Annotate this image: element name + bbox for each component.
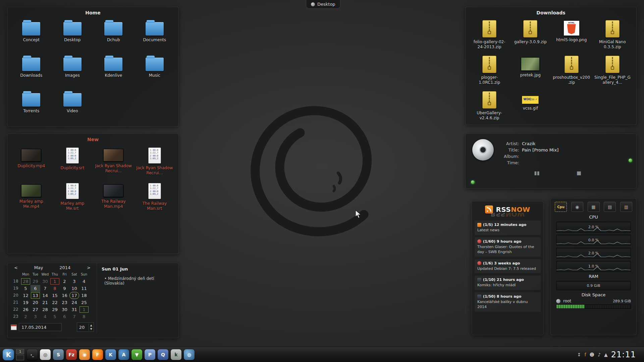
calendar-cell[interactable]: 8 (79, 313, 89, 320)
calendar-prev-button[interactable]: < (11, 265, 20, 270)
file-item[interactable]: pretek.jpg (510, 55, 551, 87)
file-item[interactable]: Jack Ryan Shadow Recrui... (93, 146, 134, 178)
file-item[interactable]: Duplicity.srt (52, 146, 93, 178)
calendar-cell[interactable]: 12 (21, 292, 31, 299)
folder-item[interactable]: Music (134, 55, 175, 87)
file-item[interactable]: UberGallery-v2.4.6.zip (469, 90, 510, 123)
file-item[interactable]: Jack Ryan Shadow Recrui... (134, 146, 175, 178)
desktop-toolbox[interactable]: Desktop (306, 0, 340, 9)
week-input[interactable] (77, 323, 89, 331)
tray-firefox-icon[interactable]: f (585, 352, 586, 357)
calendar-cell[interactable]: 26 (21, 306, 31, 313)
calendar-cell[interactable]: 21 (11, 299, 21, 306)
file-item[interactable]: The Railway Man.srt (134, 182, 175, 214)
calendar-cell[interactable]: 17 (69, 292, 79, 299)
calendar-cell[interactable]: 5 (50, 313, 60, 320)
calendar-cell[interactable]: 19 (11, 285, 21, 292)
file-item[interactable]: Single_File_PHP_Gallery_4... (592, 55, 633, 87)
calendar-cell[interactable]: 13 (31, 292, 40, 299)
rss-feed-item[interactable]: (1/10) 21 hours ago Komiks: hříchy mládí (475, 276, 541, 290)
folder-item[interactable]: Downloads (11, 55, 52, 87)
launcher-kdenlive[interactable]: K (105, 349, 116, 360)
file-item[interactable]: Marley amp Me.mp4 (11, 182, 52, 214)
calendar-cell[interactable]: 1 (79, 306, 89, 313)
calendar-cell[interactable]: 20 (11, 292, 21, 299)
file-item[interactable]: plogger-1.0RC1.zip (469, 55, 510, 87)
rss-feed-item[interactable]: (1/60) 9 hours ago Thorsten Glaser: Quot… (475, 237, 541, 257)
calendar-cell[interactable]: Wed (40, 271, 50, 278)
calendar-cell[interactable]: 4 (79, 278, 89, 285)
launcher-filezilla[interactable]: Fz (66, 349, 77, 360)
folder-item[interactable]: Concept (11, 19, 52, 52)
file-item[interactable]: The Railway Man.mp4 (93, 182, 134, 214)
pause-button[interactable]: ▮▮ (534, 170, 540, 176)
cpu-tab-icon[interactable]: Cpu (555, 202, 567, 212)
calendar-cell[interactable]: 9 (60, 285, 69, 292)
launcher-quassel[interactable]: Q (158, 349, 168, 360)
file-item[interactable]: Marley amp Me.srt (52, 182, 93, 214)
calendar-month-label[interactable]: May (32, 265, 46, 270)
calendar-cell[interactable]: 2 (21, 313, 31, 320)
calendar-cell[interactable]: 25 (79, 299, 89, 306)
calendar-cell[interactable]: 14 (40, 292, 50, 299)
tray-expand-icon[interactable]: ▲ (604, 352, 608, 357)
calendar-cell[interactable]: 30 (40, 278, 50, 285)
calendar-year-label[interactable]: 2014 (57, 265, 73, 270)
hardware-tab-icon[interactable]: ▥ (620, 202, 632, 212)
calendar-cell[interactable]: 5 (21, 285, 31, 292)
calendar-cell[interactable]: 21 (40, 299, 50, 306)
file-item[interactable]: MiniGal Nano 0.3.5.zip (592, 19, 633, 52)
calendar-cell[interactable]: 29 (50, 306, 60, 313)
disk-tab-icon[interactable]: ▤ (604, 202, 616, 212)
calendar-cell[interactable]: 16 (60, 292, 69, 299)
calendar-cell[interactable]: 7 (69, 313, 79, 320)
calendar-next-button[interactable]: > (84, 265, 93, 270)
folder-item[interactable]: Documents (134, 19, 175, 52)
folder-item[interactable]: Kdenlive (93, 55, 134, 87)
launcher-marble[interactable]: ◍ (184, 349, 195, 360)
launcher-konsole[interactable]: ›_ (27, 349, 38, 360)
calendar-cell[interactable]: 23 (11, 313, 21, 320)
launcher-firefox[interactable]: F (92, 349, 103, 360)
desktop[interactable]: Desktop Home Concept Desktop Dchub (0, 0, 644, 362)
calendar-cell[interactable]: 1 (50, 278, 60, 285)
launcher-systemsettings[interactable]: S (53, 349, 64, 360)
calendar-cell[interactable]: Sat (69, 271, 79, 278)
spinner-down-icon[interactable]: ▼ (89, 327, 94, 331)
folder-item[interactable]: Images (52, 55, 93, 87)
calendar-cell[interactable]: 18 (79, 292, 89, 299)
week-spinner[interactable]: ▲ ▼ (77, 322, 94, 332)
memory-tab-icon[interactable]: ▦ (588, 202, 600, 212)
calendar-cell[interactable] (11, 271, 21, 278)
folder-item[interactable]: Video (52, 90, 93, 123)
launcher-ksnapshot[interactable]: ◎ (40, 349, 51, 360)
pager-desktop-1[interactable]: 1 (16, 349, 24, 354)
spinner-up-icon[interactable]: ▲ (89, 323, 94, 327)
file-item[interactable]: vcss.gif (510, 90, 551, 123)
calendar-cell[interactable]: Mon (21, 271, 31, 278)
calendar-cell[interactable]: 7 (40, 285, 50, 292)
file-item[interactable]: proshoutbox_v200.zip (551, 55, 592, 87)
network-tab-icon[interactable]: ◉ (571, 202, 583, 212)
folder-item[interactable]: Desktop (52, 19, 93, 52)
calendar-cell[interactable]: Sun (79, 271, 89, 278)
calendar-cell[interactable]: 8 (50, 285, 60, 292)
rss-feed-item[interactable]: (1/6) 3 weeks ago Updated Debian 7: 7.5 … (475, 259, 541, 274)
launcher-jdownloader[interactable]: ▼ (131, 349, 142, 360)
calendar-cell[interactable]: 15 (50, 292, 60, 299)
calendar-cell[interactable]: 18 (11, 278, 21, 285)
calendar-cell[interactable]: Tue (31, 271, 40, 278)
tray-network-icon[interactable]: ↕ (577, 352, 581, 357)
calendar-cell[interactable]: 23 (60, 299, 69, 306)
calendar-cell[interactable]: 29 (31, 278, 40, 285)
volume-slider-handle[interactable] (629, 159, 632, 162)
calendar-cell[interactable]: 19 (21, 299, 31, 306)
calendar-cell[interactable]: 6 (60, 313, 69, 320)
rss-feed-item[interactable]: (1/50) 8 hours ago Kancelářské balíky v … (475, 292, 541, 312)
calendar-cell[interactable]: 4 (40, 313, 50, 320)
file-item[interactable]: html5-logo.png (551, 19, 592, 52)
pager-desktop-2[interactable] (16, 355, 24, 360)
date-input[interactable] (19, 323, 62, 331)
launcher-amarok[interactable]: A (118, 349, 129, 360)
calendar-cell[interactable]: 24 (69, 299, 79, 306)
